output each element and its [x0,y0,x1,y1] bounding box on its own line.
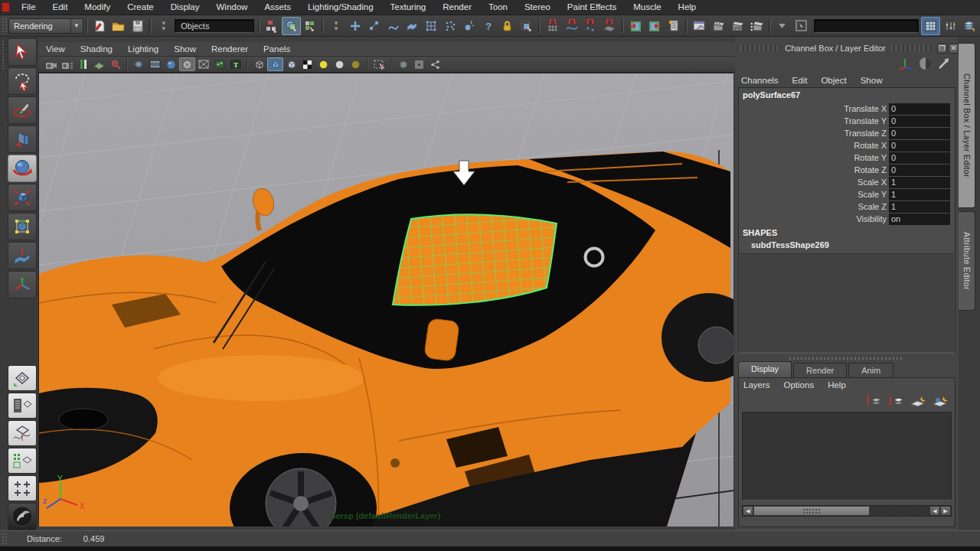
channel-value-field[interactable]: 0 [889,165,950,176]
scroll-right-button[interactable]: ▶ [940,506,951,516]
close-panel-button[interactable]: ✕ [949,44,959,54]
select-deformations-button[interactable] [422,17,441,35]
select-all-button[interactable] [345,17,364,35]
channel-value-field[interactable]: 1 [889,177,950,188]
lock-selection-button[interactable] [498,17,517,35]
soft-modification-tool-button[interactable] [8,242,37,269]
scrollbar-thumb[interactable] [753,506,870,516]
universal-manipulator-tool-button[interactable] [8,213,37,240]
channel-label[interactable]: Visibility [739,214,889,223]
channel-box-toggle-button[interactable] [921,17,940,35]
scroll-left-button[interactable]: ◀ [743,506,753,516]
select-camera-button[interactable] [43,57,59,71]
smooth-shade-button[interactable] [267,57,283,71]
menubar-item-file[interactable]: File [13,0,44,15]
options-menu[interactable]: Options [784,380,815,390]
menubar-item-display[interactable]: Display [162,0,208,15]
quick-select-dropdown[interactable] [773,17,792,35]
select-object-mode-button[interactable] [282,17,301,35]
selection-mask-field[interactable]: Objects [175,19,254,33]
new-layer-selected-icon[interactable] [932,394,949,408]
panel-menu-panels[interactable]: Panels [256,44,298,54]
shape-node-name[interactable]: subdTessShape269 [739,239,955,252]
undock-panel-button[interactable]: ❐ [937,44,947,54]
gate-mask-button[interactable] [179,57,195,71]
hyperbolic-arrow-icon[interactable] [937,57,951,70]
channel-label[interactable]: Scale X [739,178,889,187]
persp-graph-layout-button[interactable] [8,420,37,446]
move-layer-down-icon[interactable] [887,394,904,408]
show-menu[interactable]: Show [861,76,890,85]
show-manipulator-tool-button[interactable] [8,271,37,298]
new-scene-button[interactable] [90,17,109,35]
select-rendering-button[interactable] [460,17,479,35]
output-connections-button[interactable] [645,17,665,35]
channel-label[interactable]: Rotate Y [739,153,889,162]
new-empty-layer-icon[interactable] [910,394,926,408]
channel-value-field[interactable]: 0 [889,103,950,115]
channel-value-field[interactable]: 0 [889,116,950,127]
select-surfaces-button[interactable] [403,17,422,35]
hypershade-persp-layout-button[interactable] [8,448,37,474]
two-pane-layout-button[interactable] [8,393,37,419]
quick-selection-input[interactable] [814,19,919,33]
channel-value-field[interactable]: 0 [889,128,950,139]
move-tool-button[interactable] [8,126,37,153]
channel-label[interactable]: Rotate Z [739,165,889,174]
menubar-item-texturing[interactable]: Texturing [382,0,435,15]
channel-label[interactable]: Rotate X [739,141,889,150]
menubar-item-edit[interactable]: Edit [44,0,77,15]
menubar-item-stereo[interactable]: Stereo [516,0,559,15]
rotate-tool-button[interactable] [8,155,37,182]
attribute-editor-toggle-button[interactable] [959,17,978,35]
snap-to-points-button[interactable] [581,17,600,35]
channel-label[interactable]: Scale Z [739,202,889,211]
camera-attributes-button[interactable] [59,57,75,71]
render-current-frame-button[interactable] [709,17,728,35]
paint-effects-panel-button[interactable] [8,503,37,530]
menubar-item-paint-effects[interactable]: Paint Effects [559,0,625,15]
menubar-item-create[interactable]: Create [119,0,162,15]
paint-select-tool-button[interactable] [8,96,37,124]
speed-state-icon[interactable] [919,57,933,70]
film-gate-button[interactable] [147,57,163,71]
channel-label[interactable]: Scale Y [739,190,889,199]
highlight-selection-button[interactable] [517,17,536,35]
mask-expand-button[interactable]: ▼▼ [154,17,173,35]
construction-history-button[interactable] [665,17,684,35]
viewport-3d-canvas[interactable]: Y X z persp (defaultRenderLayer) [38,73,733,526]
tab-display[interactable]: Display [738,361,792,377]
menubar-item-help[interactable]: Help [670,0,705,15]
two-d-pan-zoom-button[interactable] [107,57,123,71]
channel-value-field[interactable]: 0 [889,152,950,164]
toolbar-grip[interactable] [2,18,7,34]
channel-label[interactable]: Translate Z [739,129,889,138]
open-scene-button[interactable] [109,17,128,35]
tab-channel-box-layer-editor[interactable]: Channel Box / Layer Editor [959,43,975,208]
channel-label[interactable]: Translate Y [739,116,889,126]
scroll-left-button-2[interactable]: ◀ [929,506,940,516]
statusbar-grip[interactable] [2,533,7,545]
layer-horizontal-scrollbar[interactable]: ◀ ◀ ▶ [742,505,952,517]
channel-value-field[interactable]: on [889,214,950,225]
layers-list-area[interactable] [742,412,952,500]
select-dynamics-button[interactable] [441,17,460,35]
panel-menu-renderer[interactable]: Renderer [204,44,256,54]
select-tool-button[interactable] [8,38,37,66]
safe-action-button[interactable] [211,57,227,71]
menubar-item-lighting-shading[interactable]: Lighting/Shading [299,0,382,15]
select-misc-button[interactable]: ? [479,17,498,35]
channel-object-name[interactable]: polySurface67 [739,88,955,103]
four-pane-layout-button[interactable] [8,475,37,501]
tab-render[interactable]: Render [793,363,847,377]
xray-display-button[interactable] [395,57,411,71]
snap-to-planes-button[interactable] [600,17,619,35]
select-curves-button[interactable] [384,17,403,35]
panel-menu-show[interactable]: Show [166,44,204,54]
channel-value-field[interactable]: 0 [889,140,950,152]
snap-to-grids-button[interactable] [543,17,562,35]
manipulator-axes-icon[interactable] [897,57,914,70]
save-scene-button[interactable] [128,17,147,35]
tool-settings-toggle-button[interactable] [940,17,959,35]
single-pane-layout-button[interactable] [8,365,37,391]
